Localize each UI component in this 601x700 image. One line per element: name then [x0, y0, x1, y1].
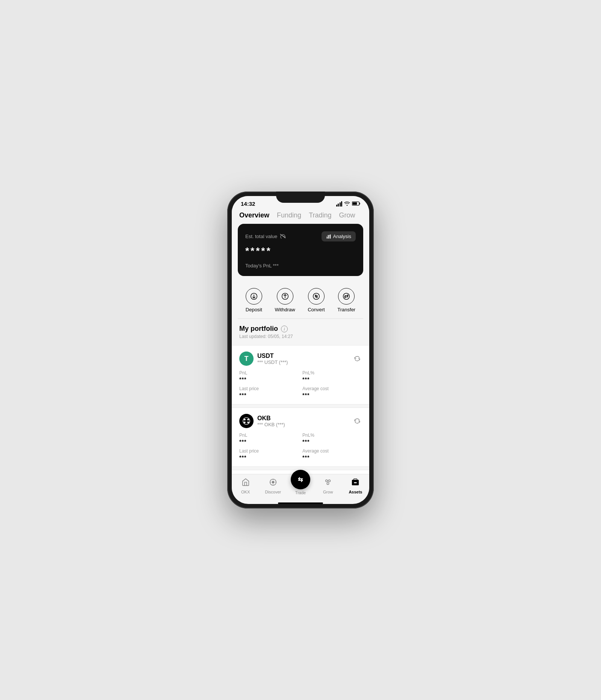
okb-details: PnL *** PnL% *** Last price *** Average … [239, 433, 362, 460]
okb-lastprice-value: *** [239, 454, 299, 460]
usdt-refresh-icon[interactable] [353, 354, 362, 363]
usdt-details: PnL *** PnL% *** Last price *** Average … [239, 370, 362, 398]
convert-label: Convert [308, 307, 325, 312]
battery-icon [352, 201, 360, 207]
phone-frame: 14:32 [227, 192, 374, 508]
okb-icon [239, 414, 254, 428]
notch [276, 192, 325, 203]
okb-amount: *** OKB (***) [257, 422, 285, 427]
transfer-button[interactable]: Transfer [337, 288, 355, 312]
transfer-icon [338, 288, 355, 305]
nav-item-assets[interactable]: Assets [342, 478, 369, 494]
usdt-amount: *** USDT (***) [257, 359, 288, 365]
total-value-amount: ***** [245, 245, 356, 257]
usdt-avgcost-label: Average cost [302, 386, 362, 391]
okb-symbol: OKB [257, 415, 285, 422]
action-row: Deposit Withdraw [232, 282, 369, 318]
portfolio-info-icon[interactable]: i [281, 326, 288, 332]
nav-item-grow[interactable]: Grow [314, 478, 342, 494]
portfolio-subtitle: Last updated: 05/05, 14:27 [239, 334, 362, 339]
svg-rect-5 [328, 235, 329, 238]
analysis-button[interactable]: Analysis [322, 231, 356, 241]
convert-button[interactable]: Convert [308, 288, 325, 312]
svg-rect-2 [352, 202, 357, 204]
status-time: 14:32 [241, 201, 255, 207]
usdt-pnlpct-value: *** [302, 376, 362, 382]
assets-icon [351, 478, 359, 489]
withdraw-label: Withdraw [275, 307, 295, 312]
portfolio-header: My portfolio i Last updated: 05/05, 14:2… [232, 319, 369, 342]
usdt-icon: T [239, 352, 254, 366]
deposit-icon [246, 288, 262, 305]
discover-icon [269, 478, 277, 489]
usdt-pnl-value: *** [239, 376, 299, 382]
okb-pnl-label: PnL [239, 433, 299, 438]
okb-avgcost-value: *** [302, 454, 362, 460]
svg-line-3 [281, 234, 286, 238]
bottom-nav: OKX Discover Trade [232, 474, 369, 501]
deposit-button[interactable]: Deposit [246, 288, 262, 312]
hide-balance-icon[interactable] [279, 233, 286, 240]
trade-fab[interactable] [291, 470, 310, 489]
withdraw-icon [277, 288, 293, 305]
nav-item-okx[interactable]: OKX [232, 478, 259, 494]
total-value-label: Est. total value [245, 233, 286, 240]
svg-point-27 [327, 483, 329, 485]
status-icons [336, 201, 361, 207]
transfer-label: Transfer [337, 307, 355, 312]
nav-item-trade[interactable]: Trade [287, 477, 314, 495]
deposit-label: Deposit [246, 307, 262, 312]
svg-point-15 [244, 421, 246, 423]
tab-funding[interactable]: Funding [277, 211, 301, 219]
portfolio-title: My portfolio [239, 325, 278, 333]
svg-point-14 [247, 419, 249, 421]
withdraw-button[interactable]: Withdraw [275, 288, 295, 312]
usdt-symbol: USDT [257, 353, 288, 359]
okb-avgcost-label: Average cost [302, 448, 362, 454]
okb-pnlpct-value: *** [302, 439, 362, 445]
pnl-row: Today's PnL *** [245, 263, 356, 269]
nav-label-grow: Grow [323, 490, 333, 494]
svg-point-24 [272, 481, 274, 483]
grow-icon [324, 478, 332, 489]
okb-pnl-value: *** [239, 439, 299, 445]
nav-item-discover[interactable]: Discover [259, 478, 287, 494]
home-icon [242, 478, 250, 489]
usdt-lastprice-value: *** [239, 392, 299, 398]
phone-screen: 14:32 [232, 196, 369, 504]
svg-point-9 [313, 293, 320, 300]
svg-rect-29 [354, 482, 357, 483]
asset-row-okb: OKB *** OKB (***) PnL *** [232, 407, 369, 467]
nav-label-discover: Discover [265, 490, 281, 494]
usdt-pnlpct-label: PnL% [302, 370, 362, 376]
okb-pnlpct-label: PnL% [302, 433, 362, 438]
okb-lastprice-label: Last price [239, 448, 299, 454]
nav-label-okx: OKX [241, 490, 250, 494]
svg-rect-4 [326, 237, 327, 238]
svg-point-10 [343, 293, 350, 300]
convert-icon [308, 288, 325, 305]
usdt-avgcost-value: *** [302, 392, 362, 398]
value-card: Est. total value [238, 224, 363, 276]
svg-point-13 [244, 419, 246, 421]
okb-refresh-icon[interactable] [353, 416, 362, 425]
nav-tabs: Overview Funding Trading Grow [232, 208, 369, 224]
home-indicator [278, 502, 323, 504]
svg-rect-1 [359, 202, 360, 204]
screen-content[interactable]: Overview Funding Trading Grow Est. total… [232, 208, 369, 474]
tab-overview[interactable]: Overview [239, 211, 269, 219]
tab-grow[interactable]: Grow [339, 211, 355, 219]
signal-icon [336, 201, 343, 207]
svg-point-26 [328, 480, 331, 482]
asset-row-usdt: T USDT *** USDT (***) [232, 345, 369, 404]
usdt-pnl-label: PnL [239, 370, 299, 376]
nav-label-assets: Assets [349, 490, 362, 494]
wifi-icon [344, 201, 350, 207]
svg-point-25 [326, 480, 328, 482]
tab-trading[interactable]: Trading [309, 211, 331, 219]
usdt-lastprice-label: Last price [239, 386, 299, 391]
nav-label-trade: Trade [295, 490, 306, 495]
svg-point-16 [247, 421, 249, 423]
